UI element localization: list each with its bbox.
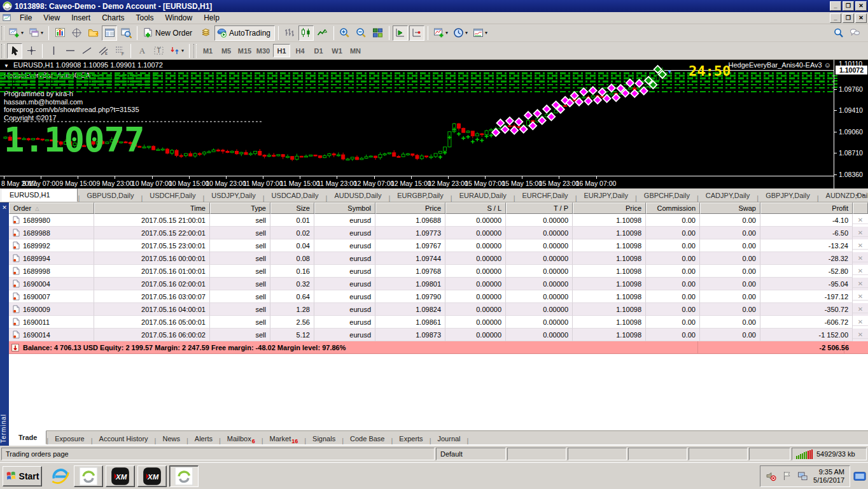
column-header-sl[interactable]: S / L [445, 202, 506, 214]
child-minimize-button[interactable]: _ [830, 13, 841, 23]
column-header-size[interactable]: Size [270, 202, 314, 214]
timeframe-button-h4[interactable]: H4 [291, 44, 309, 57]
timeframe-button-d1[interactable]: D1 [310, 44, 327, 57]
crosshair-button[interactable] [24, 43, 39, 59]
zoom-in-button[interactable] [337, 25, 353, 41]
new-order-button[interactable]: New Order [141, 25, 197, 41]
terminal-tab-experts[interactable]: Experts [393, 432, 429, 444]
close-order-icon[interactable]: ✕ [853, 331, 868, 339]
horizontal-line-button[interactable] [62, 43, 78, 59]
chart-tab-euraud[interactable]: EURAUD,Daily [453, 189, 513, 202]
taskbar-app-xm-button[interactable]: XM [137, 465, 167, 487]
close-order-icon[interactable]: ✕ [853, 318, 868, 326]
terminal-tab-code-base[interactable]: Code Base [344, 432, 391, 444]
text-button[interactable]: A [134, 43, 150, 59]
auto-scroll-button[interactable] [393, 25, 408, 41]
taskbar-app-xm-button[interactable]: XM [106, 465, 135, 487]
navigator-button[interactable]: ★ [85, 25, 101, 41]
terminal-tab-account-history[interactable]: Account History [93, 432, 155, 444]
column-header-order[interactable]: Order△ [9, 202, 94, 214]
data-window-button[interactable] [69, 25, 84, 41]
restore-button[interactable]: ❐ [843, 1, 854, 11]
menu-item-tools[interactable]: Tools [130, 12, 160, 24]
menu-item-help[interactable]: Help [198, 12, 225, 24]
terminal-tab-journal[interactable]: Journal [431, 432, 466, 444]
chart-tab-audusd[interactable]: AUDUSD,Daily [328, 189, 388, 202]
price-axis[interactable]: 1.10110 1.10072 1.097601.094101.090601.0… [834, 60, 868, 188]
column-header-commission[interactable]: Commission [646, 202, 700, 214]
terminal-tab-news[interactable]: News [156, 432, 186, 444]
order-row[interactable]: 16899942017.05.16 00:00:01sell0.08eurusd… [9, 252, 868, 265]
close-order-icon[interactable]: ✕ [853, 293, 868, 301]
chevron-down-icon[interactable]: ▾ [465, 30, 468, 36]
chart-tab-cadjpy[interactable]: CADJPY,Daily [699, 189, 757, 202]
start-button[interactable]: Start [3, 466, 42, 486]
search-button[interactable] [830, 25, 846, 41]
order-row[interactable]: 16900072017.05.16 03:00:07sell0.64eurusd… [9, 290, 868, 303]
chart-tab-eurusd[interactable]: EURUSD,H1 [0, 188, 78, 202]
fibonacci-button[interactable]: F [112, 43, 127, 59]
chart-tab-usdchf[interactable]: USDCHF,Daily [143, 189, 202, 202]
strategy-tester-button[interactable] [118, 25, 134, 41]
chart-window[interactable]: ▼ EURUSD,H1 1.09908 1.10095 1.09901 1.10… [0, 60, 868, 188]
arrows-button[interactable]: ▾ [167, 43, 186, 59]
close-order-icon[interactable]: ✕ [853, 306, 868, 313]
scroll-left-icon[interactable]: ◂ [855, 191, 858, 198]
column-header-swap[interactable]: Swap [700, 202, 760, 214]
order-row[interactable]: 16899882017.05.15 22:00:01sell0.02eurusd… [9, 227, 868, 239]
toolbar-grip[interactable] [1, 44, 4, 58]
toolbar-grip[interactable] [193, 44, 197, 58]
timeframe-button-w1[interactable]: W1 [328, 44, 346, 57]
close-order-icon[interactable]: ✕ [853, 255, 868, 262]
menu-item-view[interactable]: View [38, 12, 66, 24]
close-order-icon[interactable]: ✕ [853, 267, 868, 275]
column-header-tp[interactable]: T / P [506, 202, 573, 214]
close-order-icon[interactable]: ✕ [853, 242, 868, 250]
toolbar-grip[interactable] [1, 26, 4, 40]
taskbar-app-mt4-button[interactable] [74, 465, 103, 487]
menu-item-charts[interactable]: Charts [96, 12, 130, 24]
trendline-button[interactable] [79, 43, 94, 59]
column-header-profit[interactable]: Profit [760, 202, 853, 214]
status-profile[interactable]: Default [436, 448, 506, 460]
column-header-price[interactable]: Price [375, 202, 445, 214]
text-label-button[interactable]: T [151, 43, 166, 59]
templates-button[interactable]: ▾ [471, 25, 489, 41]
order-row[interactable]: 16900112017.05.16 05:00:01sell2.56eurusd… [9, 316, 868, 329]
chart-tab-gbpchf[interactable]: GBPCHF,Daily [638, 189, 696, 202]
chart-tab-usdcad[interactable]: USDCAD,Daily [265, 189, 325, 202]
chart-bars-button[interactable] [282, 25, 297, 41]
show-desktop-button[interactable] [853, 465, 867, 487]
terminal-close-icon[interactable]: ✕ [1, 204, 8, 211]
chart-tab-eurchf[interactable]: EURCHF,Daily [516, 189, 575, 202]
menu-item-insert[interactable]: Insert [66, 12, 96, 24]
chevron-down-icon[interactable]: ▾ [485, 30, 487, 36]
close-order-icon[interactable]: ✕ [853, 229, 868, 237]
cursor-button[interactable] [7, 43, 22, 59]
indicators-button[interactable]: ▾ [431, 25, 450, 41]
order-row[interactable]: 16900042017.05.16 02:00:01sell0.32eurusd… [9, 278, 868, 290]
terminal-tab-signals[interactable]: Signals [306, 432, 342, 444]
close-order-icon[interactable]: ✕ [853, 280, 868, 288]
timeframe-button-m15[interactable]: M15 [236, 44, 253, 57]
chevron-down-icon[interactable]: ▼ [4, 63, 9, 69]
timeframe-button-mn[interactable]: MN [347, 44, 364, 57]
scroll-right-icon[interactable]: ▸ [862, 191, 865, 198]
menu-item-window[interactable]: Window [160, 12, 199, 24]
chart-candles-button[interactable] [298, 25, 314, 41]
autotrading-button[interactable]: AutoTrading [214, 25, 275, 41]
security-flag-icon[interactable] [781, 471, 792, 481]
chart-line-button[interactable] [315, 25, 330, 41]
order-row[interactable]: 16899922017.05.15 23:00:01sell0.04eurusd… [9, 239, 868, 252]
terminal-tab-market[interactable]: Market16 [263, 432, 305, 444]
child-restore-button[interactable]: ❐ [843, 13, 854, 23]
chart-shift-button[interactable] [409, 25, 424, 41]
quicklaunch-ie[interactable] [50, 465, 71, 487]
order-row[interactable]: 16900142017.05.16 06:00:02sell5.12eurusd… [9, 329, 868, 341]
column-header-type[interactable]: Type [210, 202, 270, 214]
taskbar-app-mt4-button[interactable] [169, 465, 199, 487]
chart-tab-usdjpy[interactable]: USDJPY,Daily [205, 189, 262, 202]
close-order-icon[interactable]: ✕ [853, 216, 868, 224]
new-chart-button[interactable]: ▾ [7, 25, 25, 41]
periods-button[interactable]: ▾ [451, 25, 470, 41]
